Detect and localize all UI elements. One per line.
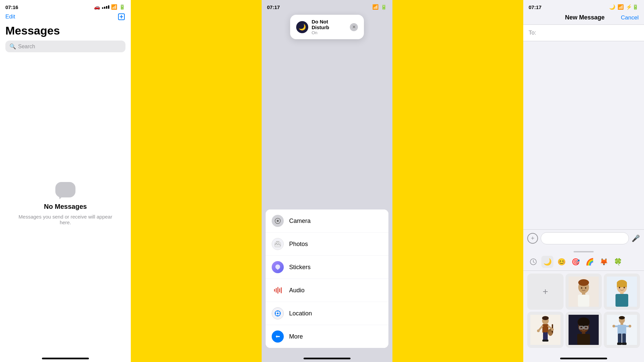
share-menu-photos[interactable]: Photos [266,233,388,256]
to-input[interactable] [539,29,639,36]
sticker-person-2[interactable] [604,274,640,310]
svg-rect-38 [545,332,548,341]
location-icon [272,307,284,319]
svg-rect-62 [618,334,622,344]
new-message-panel: 07:17 🌙 📶 ⚡🔋 New Message Cancel To: + 🎤 [523,0,644,362]
moon-tab-icon: 🌙 [543,258,552,266]
sticker-tab-pack2[interactable]: 🌈 [584,256,596,268]
cancel-button[interactable]: Cancel [621,14,639,21]
sticker-tab-moon[interactable]: 🌙 [541,256,553,268]
svg-rect-5 [276,241,279,242]
svg-point-55 [619,316,625,319]
wifi-icon: 📶 [111,4,117,10]
edit-button[interactable]: Edit [5,13,15,20]
share-panel-inner: 07:17 📶 🔋 🌙 Do Not Disturb On ✕ [262,0,392,362]
sticker-tab-pack1[interactable]: 🎯 [570,256,582,268]
keyboard-area [523,41,644,229]
add-icon: + [543,286,548,297]
battery-icon: 🔋 [119,4,125,10]
svg-point-60 [612,325,615,327]
svg-point-15 [578,279,589,286]
sticker-tab-pack3[interactable]: 🦊 [598,256,610,268]
search-icon: 🔍 [9,43,16,50]
add-sticker-button[interactable]: + [527,274,564,310]
svg-rect-25 [615,294,628,307]
status-time-2: 07:17 [267,4,280,10]
yellow-divider-2 [392,0,523,362]
location-label: Location [289,310,312,317]
search-placeholder: Search [18,44,35,50]
home-indicator-1 [0,351,131,362]
pack4-icon: 🍀 [614,258,622,266]
dnd-moon-icon: 🌙 [296,21,308,33]
sticker-person-5[interactable] [604,312,640,348]
share-menu-camera[interactable]: Camera [266,209,388,233]
status-icons-3: 🌙 📶 ⚡🔋 [609,4,639,10]
svg-point-51 [581,327,582,328]
microphone-icon[interactable]: 🎤 [632,234,640,242]
sticker-person-3[interactable] [527,312,564,348]
svg-point-27 [624,287,625,289]
svg-point-52 [585,327,587,328]
status-icons-2: 📶 🔋 [372,4,387,10]
sticker-tab-pack4[interactable]: 🍀 [612,256,624,268]
message-input-row: + 🎤 [523,229,644,247]
sticker-person-4[interactable] [566,312,602,348]
svg-rect-40 [545,340,548,342]
no-messages-title: No Messages [44,203,87,210]
home-indicator-3 [523,351,644,362]
svg-point-26 [619,287,620,289]
share-menu-more[interactable]: More [266,325,388,348]
status-bar-1: 07:16 🚗 📶 🔋 [0,0,131,11]
sticker-tab-smile[interactable]: 😊 [555,256,568,268]
no-messages-subtitle: Messages you send or receive will appear… [18,214,112,225]
search-bar[interactable]: 🔍 Search [5,41,125,52]
empty-state: No Messages Messages you send or receive… [0,56,131,351]
svg-point-45 [578,317,590,327]
smile-tab-icon: 😊 [557,258,566,266]
svg-point-4 [276,243,277,244]
add-attachment-button[interactable]: + [527,233,538,244]
wifi-icon-2: 📶 [372,4,379,10]
messages-title: Messages [0,23,131,41]
camera-icon [272,215,284,227]
dnd-title: Do Not Disturb [312,19,346,30]
status-time-3: 07:17 [529,4,541,10]
photos-icon [272,238,284,250]
dnd-banner: 🌙 Do Not Disturb On ✕ [290,15,364,39]
dnd-close-button[interactable]: ✕ [350,23,358,31]
camera-label: Camera [289,218,311,225]
battery-icon-2: 🔋 [381,4,387,10]
share-menu-audio[interactable]: Audio [266,279,388,302]
home-indicator-2 [262,351,392,362]
svg-rect-65 [622,343,627,345]
share-menu-stickers[interactable]: Stickers [266,256,388,279]
to-field: To: [523,25,644,41]
message-text-input[interactable] [541,232,629,244]
share-spacer [262,11,392,207]
svg-point-41 [537,329,540,332]
battery-icon-3: ⚡🔋 [626,4,639,10]
sticker-tab-recent[interactable] [527,256,539,268]
svg-point-2 [277,220,279,222]
photos-label: Photos [289,241,308,248]
sticker-person-1[interactable] [566,274,602,310]
status-icons-1: 🚗 📶 🔋 [94,4,125,10]
plus-icon: + [531,235,535,242]
more-label: More [289,333,303,340]
pack2-icon: 🌈 [586,258,594,266]
status-bar-2: 07:17 📶 🔋 [262,0,392,11]
svg-point-42 [551,328,554,331]
pack1-icon: 🎯 [572,258,580,266]
more-icon [272,330,284,343]
svg-point-30 [542,316,549,320]
svg-point-7 [277,313,279,314]
audio-label: Audio [289,287,305,294]
share-menu-location[interactable]: Location [266,302,388,325]
compose-icon[interactable] [117,13,125,21]
svg-rect-37 [543,332,545,341]
share-menu: Camera Photos [266,209,388,348]
status-time-1: 07:16 [5,4,18,10]
svg-rect-47 [577,334,590,345]
svg-rect-17 [578,295,589,307]
